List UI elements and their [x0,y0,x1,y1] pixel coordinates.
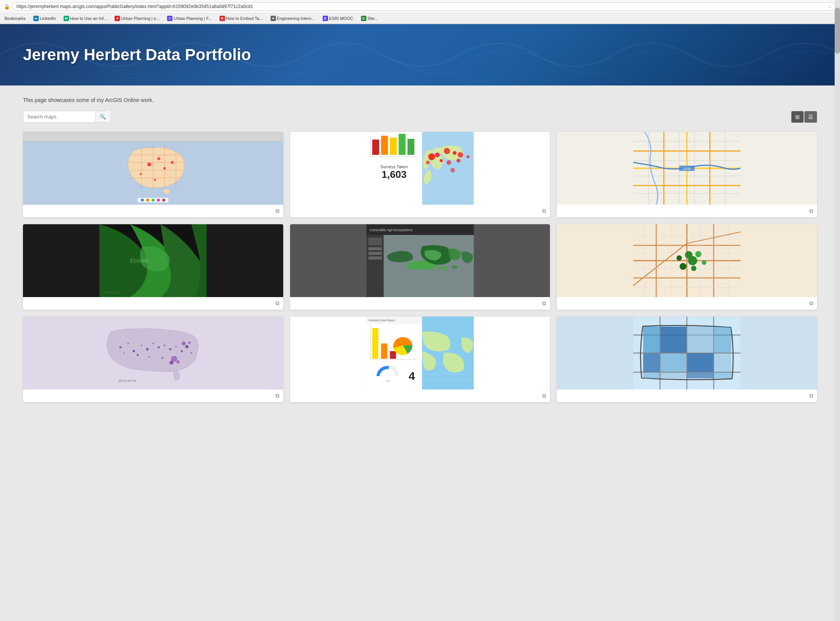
external-link-icon-8[interactable]: ⧉ [542,393,546,399]
search-button[interactable]: 🔍 [95,111,110,122]
svg-point-80 [438,266,448,271]
svg-rect-38 [422,132,474,205]
svg-rect-2 [99,132,207,132]
bookmark-urban2[interactable]: C Urban Planning | F... [166,15,213,22]
svg-rect-158 [714,353,732,372]
svg-rect-155 [643,353,660,372]
linkedin-favicon: in [33,16,39,21]
search-container: 🔍 [23,111,107,123]
svg-point-123 [136,354,139,356]
scrollbar[interactable] [835,0,840,621]
bookmark-esrimooc[interactable]: E ESRI MOOC [321,15,355,22]
svg-text:1,603: 1,603 [381,169,406,180]
card-thumbnail-3[interactable]: I-635 [557,132,817,205]
svg-point-111 [146,348,148,350]
urban2-favicon: C [167,16,172,21]
bookmark-medium[interactable]: M How to Use an Inf... [62,15,109,22]
svg-point-23 [141,199,144,202]
external-link-icon-3[interactable]: ⧉ [809,208,813,214]
card-footer-7: ⧉ [23,389,283,402]
bookmark-linkedin[interactable]: in LinkedIn [32,15,57,22]
gallery-card-2: Surveys Taken 1,603 [290,132,550,217]
svg-rect-135 [381,343,387,359]
card-thumbnail-8[interactable]: Volunteer Data Report [290,317,550,389]
bookmark-bookmarks[interactable]: Bookmarks [3,15,27,21]
card-footer-4: ⧉ [23,297,283,310]
svg-text:4.3: 4.3 [385,379,390,383]
svg-text:28.9°N 95.2°W: 28.9°N 95.2°W [118,380,136,382]
svg-rect-76 [368,252,382,255]
card-thumbnail-1[interactable] [23,132,283,205]
page-header: Jeremy Herbert Data Portfolio [0,24,840,85]
gallery-card-3: I-635 ⧉ [557,132,817,217]
card-thumbnail-5[interactable]: Vulnerable Agri-Ecosystems [290,224,550,297]
eng-favicon: ✦ [271,16,276,21]
svg-rect-33 [407,139,414,155]
svg-point-47 [426,161,430,164]
svg-point-115 [169,348,171,350]
urban1-label: Urban Planning | e... [121,16,159,21]
svg-rect-161 [687,373,714,378]
list-view-button[interactable]: ☰ [804,111,817,123]
svg-point-125 [161,357,164,359]
external-link-icon-1[interactable]: ⧉ [276,208,279,214]
card-footer-8: ⧉ [290,389,550,402]
svg-rect-136 [390,351,396,359]
svg-point-7 [163,189,169,194]
embed-label: How to Embed Ta... [226,16,263,21]
svg-text:27.6°N 97.2°W: 27.6°N 97.2°W [103,291,121,294]
svg-point-81 [451,265,458,269]
svg-point-113 [158,346,160,348]
bookmark-embed[interactable]: R How to Embed Ta... [218,15,264,22]
svg-rect-74 [368,238,382,245]
external-link-icon-4[interactable]: ⧉ [276,300,279,307]
card-thumbnail-2[interactable]: Surveys Taken 1,603 [290,132,550,205]
subtitle: This page showcases some of my ArcGIS On… [23,97,817,103]
address-bar[interactable]: https://jeremyherbert.maps.arcgis.com/ap… [12,2,836,11]
scrollbar-thumb[interactable] [835,8,840,54]
svg-point-105 [677,255,682,261]
svg-point-124 [148,356,150,358]
svg-rect-77 [368,256,382,260]
external-link-icon-5[interactable]: ⧉ [542,300,546,307]
card-footer-5: ⧉ [290,297,550,310]
svg-rect-32 [399,134,405,155]
card-thumbnail-9[interactable] [557,317,817,389]
bookmark-eng[interactable]: ✦ Engineering Intern... [269,15,317,22]
bookmark-site[interactable]: S Site... [359,15,380,22]
bookmarks-label: Bookmarks [5,16,26,21]
svg-point-109 [133,350,135,352]
gallery-card-5: Vulnerable Agri-Ecosystems [290,224,550,310]
svg-rect-162 [714,373,732,378]
esrimooc-favicon: E [323,16,328,21]
star-icon[interactable]: ☆ [828,4,832,9]
svg-rect-157 [687,353,714,372]
gallery-grid: ⧉ Surveys Taken [23,132,817,402]
svg-point-43 [440,159,443,162]
card-thumbnail-6[interactable] [557,224,817,297]
gallery-card-9: ⧉ [557,317,817,402]
svg-point-122 [123,352,125,354]
card-thumbnail-7[interactable]: 28.9°N 95.2°W [23,317,283,389]
card-thumbnail-4[interactable]: Ecoville 27.6°N 97.2°W [23,224,283,297]
svg-point-3 [102,135,105,138]
svg-point-117 [180,350,183,352]
external-link-icon-9[interactable]: ⧉ [809,393,813,399]
gallery-card-7: 28.9°N 95.2°W ⧉ [23,317,283,402]
external-link-icon-7[interactable]: ⧉ [276,393,279,399]
external-link-icon-6[interactable]: ⧉ [809,300,813,307]
svg-point-129 [188,342,190,344]
svg-point-13 [154,179,156,181]
svg-point-42 [458,152,463,158]
bookmark-urban1[interactable]: ⚡ Urban Planning | e... [113,15,161,22]
svg-text:4: 4 [409,370,415,382]
svg-point-24 [146,199,149,202]
svg-point-39 [435,153,440,157]
grid-view-button[interactable]: ⊞ [791,111,804,123]
external-link-icon-2[interactable]: ⧉ [542,208,546,214]
search-input[interactable] [23,111,95,122]
svg-point-9 [157,157,160,160]
card-footer-6: ⧉ [557,297,817,310]
svg-rect-159 [643,373,660,379]
gallery-card-1: ⧉ [23,132,283,217]
